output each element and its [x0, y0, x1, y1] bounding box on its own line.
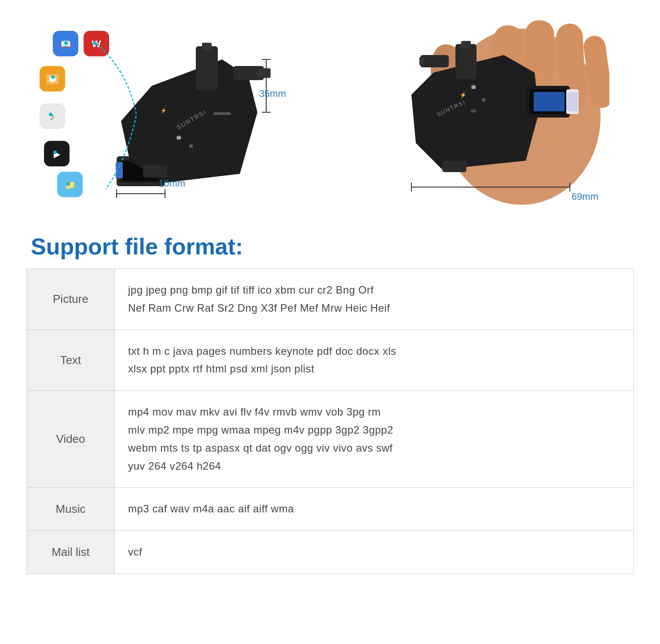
- svg-rect-45: [455, 44, 477, 79]
- svg-text:📁: 📁: [65, 180, 76, 190]
- app-icons-group: W 📖 🏔 ♪: [40, 26, 128, 202]
- svg-rect-49: [442, 161, 466, 172]
- left-device-area: W 📖 🏔 ♪: [26, 9, 330, 224]
- format-row-2: Videomp4 mov mav mkv avi flv f4v rmvb wm…: [27, 391, 634, 488]
- product-images-section: W 📖 🏔 ♪: [0, 0, 660, 233]
- books-icon: 📖: [53, 31, 78, 56]
- formats-cell-4: vcf: [115, 531, 634, 574]
- format-row-4: Mail listvcf: [27, 531, 634, 574]
- left-device-svg: SUNTRSI ⚡ 🤖 ⊞: [108, 24, 284, 209]
- category-cell-3: Music: [27, 488, 115, 531]
- svg-rect-44: [567, 92, 578, 111]
- svg-rect-21: [257, 68, 271, 78]
- svg-text:📖: 📖: [60, 39, 71, 49]
- music-icon: ♪: [40, 103, 65, 129]
- svg-text:W: W: [92, 38, 101, 49]
- svg-rect-42: [534, 92, 565, 111]
- svg-rect-19: [202, 43, 212, 51]
- category-cell-1: Text: [27, 330, 115, 391]
- svg-rect-22: [143, 165, 167, 177]
- svg-rect-46: [461, 41, 471, 48]
- svg-text:🤖: 🤖: [176, 134, 182, 140]
- video-icon: ▶: [44, 141, 70, 166]
- format-row-3: Musicmp3 caf wav m4a aac aif aiff wma: [27, 488, 634, 531]
- svg-text:⚡: ⚡: [460, 92, 466, 98]
- format-row-0: Picturejpg jpeg png bmp gif tif tiff ico…: [27, 269, 634, 330]
- dim-35mm-label: 35mm: [259, 88, 286, 99]
- right-device-area: SUNTRSI ⚡ 🤖 ⊞ SD 69mm: [330, 9, 634, 224]
- svg-text:⊞: ⊞: [482, 97, 485, 102]
- dim-10mm-label: 10mm: [158, 178, 185, 189]
- svg-rect-27: [213, 112, 231, 115]
- formats-cell-1: txt h m c java pages numbers keynote pdf…: [115, 330, 634, 391]
- formats-cell-3: mp3 caf wav m4a aac aif aiff wma: [115, 488, 634, 531]
- svg-text:⚡: ⚡: [161, 107, 167, 114]
- svg-text:SD: SD: [471, 109, 477, 113]
- category-cell-4: Mail list: [27, 531, 115, 574]
- svg-text:🏔: 🏔: [49, 75, 56, 83]
- right-device-hand-svg: SUNTRSI ⚡ 🤖 ⊞ SD: [354, 15, 609, 218]
- category-cell-0: Picture: [27, 269, 115, 330]
- format-row-1: Texttxt h m c java pages numbers keynote…: [27, 330, 634, 391]
- svg-rect-18: [196, 46, 218, 90]
- formats-cell-0: jpg jpeg png bmp gif tif tiff ico xbm cu…: [115, 269, 634, 330]
- svg-text:🤖: 🤖: [471, 84, 477, 89]
- svg-text:▶: ▶: [54, 149, 61, 159]
- dim-69mm-label: 69mm: [572, 191, 598, 202]
- svg-rect-48: [419, 57, 425, 65]
- formats-cell-2: mp4 mov mav mkv avi flv f4v rmvb wmv vob…: [115, 391, 634, 488]
- photo-icon: 🏔: [40, 66, 65, 92]
- svg-text:⊞: ⊞: [189, 144, 193, 148]
- svg-text:♪: ♪: [50, 111, 55, 122]
- support-title: Support file format:: [26, 233, 634, 260]
- format-table: Picturejpg jpeg png bmp gif tif tiff ico…: [26, 269, 634, 574]
- wps-icon: W: [84, 31, 109, 56]
- category-cell-2: Video: [27, 391, 115, 488]
- support-file-format-section: Support file format: Picturejpg jpeg png…: [0, 233, 660, 574]
- files-icon: 📁: [57, 172, 83, 197]
